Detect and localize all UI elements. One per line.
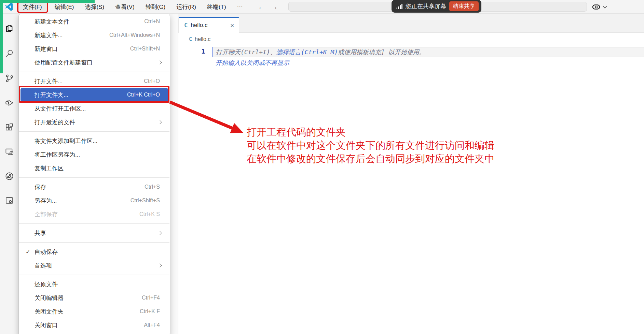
source-control-icon[interactable]: [5, 74, 14, 83]
menu-item-open-folder[interactable]: 打开文件夹...Ctrl+K Ctrl+O: [20, 88, 168, 102]
menu-separator: [19, 72, 169, 72]
menu-separator: [19, 242, 169, 243]
submenu-chevron-icon: [158, 60, 162, 64]
breadcrumb-file-label[interactable]: hello.c: [195, 36, 210, 42]
tab-close-icon[interactable]: ×: [230, 22, 235, 29]
menu-item-new-window[interactable]: 新建窗口Ctrl+Shift+N: [20, 42, 168, 56]
run-debug-icon[interactable]: [5, 98, 14, 107]
menu-item-open-workspace-from-file[interactable]: 从文件打开工作区...: [20, 102, 168, 115]
menubar-item-view[interactable]: 查看(V): [110, 1, 140, 13]
menu-item-label: 关闭窗口: [35, 321, 144, 329]
menubar-item-go[interactable]: 转到(G): [140, 1, 171, 13]
tab-label: hello.c: [191, 22, 227, 29]
menu-item-save[interactable]: 保存Ctrl+S: [20, 180, 168, 194]
tab-hello-c[interactable]: C hello.c ×: [178, 17, 239, 33]
menu-item-shortcut: Ctrl+Shift+N: [130, 46, 160, 52]
screen-share-banner: 您正在共享屏幕 结束共享: [392, 0, 481, 13]
annotation-line: 在软件中修改的文件保存后会自动同步到对应的文件夹中: [247, 152, 494, 165]
menu-item-revert-file[interactable]: 还原文件: [20, 277, 168, 291]
menu-item-save-workspace-as[interactable]: 将工作区另存为...: [20, 148, 168, 161]
menu-item-label: 关闭编辑器: [35, 294, 142, 302]
search-icon[interactable]: [5, 49, 14, 58]
annotation-text-block: 打开工程代码的文件夹可以在软件中对这个文件夹下的所有文件进行访问和编辑在软件中修…: [247, 126, 494, 165]
menu-item-label: 将文件夹添加到工作区...: [35, 137, 163, 145]
menubar-item-run[interactable]: 运行(R): [171, 1, 202, 13]
screenshare-green-border-left: [0, 0, 3, 73]
screenshare-green-border-top: [0, 0, 95, 3]
menu-item-shortcut: Ctrl+Alt+Windows+N: [109, 32, 160, 38]
extensions-icon[interactable]: [5, 123, 14, 132]
hint-segment: 或使用模板填充]: [338, 48, 388, 56]
tools-gear-icon[interactable]: [5, 196, 14, 205]
menu-item-close-folder[interactable]: 关闭文件夹Ctrl+K F: [20, 305, 168, 318]
submenu-chevron-icon: [158, 120, 162, 124]
menu-item-preferences[interactable]: 首选项: [20, 259, 168, 272]
back-arrow-icon[interactable]: ←: [258, 3, 265, 11]
menu-item-shortcut: Ctrl+K F: [140, 308, 160, 315]
menu-item-label: 打开文件夹...: [35, 91, 127, 99]
menu-item-label: 关闭文件夹: [35, 308, 140, 316]
chevron-down-icon[interactable]: [603, 4, 607, 9]
menu-item-close-editor[interactable]: 关闭编辑器Ctrl+F4: [20, 291, 168, 305]
menubar-item-more[interactable]: ···: [232, 2, 248, 12]
menu-item-shortcut: Ctrl+S: [145, 184, 160, 190]
menu-item-shortcut: Alt+F4: [144, 322, 160, 328]
menu-item-new-file[interactable]: 新建文件...Ctrl+Alt+Windows+N: [20, 28, 168, 42]
checkmark-icon: ✓: [26, 249, 35, 255]
remote-monitor-icon[interactable]: [5, 147, 14, 156]
menu-item-label: 打开文件...: [35, 77, 144, 85]
line-number: 1: [195, 48, 205, 55]
copilot-icon[interactable]: [592, 2, 601, 11]
menu-item-share[interactable]: 共享: [20, 226, 168, 240]
tab-bar: C hello.c ×: [178, 14, 644, 33]
explorer-icon[interactable]: [5, 24, 14, 33]
menu-item-shortcut: Ctrl+F4: [142, 295, 160, 301]
menu-item-new-window-with-profile[interactable]: 使用配置文件新建窗口: [20, 56, 168, 69]
menu-separator: [19, 131, 169, 132]
menu-item-label: 新建文本文件: [35, 18, 144, 26]
menu-item-label: 首选项: [35, 262, 159, 270]
hint-segment: 打开聊天(Ctrl+I)、: [216, 48, 276, 56]
annotation-line: 打开工程代码的文件夹: [247, 126, 494, 139]
menu-item-label: 新建文件...: [35, 31, 109, 39]
editor-hint-line: 打开聊天(Ctrl+I)、选择语言(Ctrl+K M)或使用模板填充] 以开始使…: [213, 47, 644, 57]
hint-segment[interactable]: 选择语言(Ctrl+K M): [276, 48, 338, 56]
menu-item-shortcut: Ctrl+O: [144, 78, 160, 84]
text-cursor: [212, 47, 213, 57]
menu-item-label: 还原文件: [35, 280, 163, 288]
c-file-icon: C: [189, 36, 192, 42]
menu-item-label: 全部保存: [35, 210, 139, 218]
menubar-item-terminal[interactable]: 终端(T): [202, 1, 232, 13]
hint-segment: 以开始使用。: [388, 48, 425, 56]
share-banner-message: 您正在共享屏幕: [406, 2, 446, 10]
menu-item-save-all[interactable]: 全部保存Ctrl+K S: [20, 207, 168, 221]
menu-item-label: 保存: [35, 183, 145, 191]
menu-item-label: 新建窗口: [35, 45, 130, 53]
menu-item-open-file[interactable]: 打开文件...Ctrl+O: [20, 74, 168, 88]
editor-hint-dismiss-line[interactable]: 开始输入以关闭或不再显示: [216, 59, 289, 67]
menu-item-label: 打开最近的文件: [35, 118, 159, 126]
forward-arrow-icon[interactable]: →: [271, 3, 278, 11]
menu-item-shortcut: Ctrl+K Ctrl+O: [127, 92, 160, 98]
end-share-button[interactable]: 结束共享: [449, 1, 479, 11]
share-network-icon[interactable]: [5, 172, 14, 181]
menu-item-open-recent[interactable]: 打开最近的文件: [20, 115, 168, 129]
menu-item-save-as[interactable]: 另存为...Ctrl+Shift+S: [20, 194, 168, 207]
menu-item-auto-save[interactable]: ✓自动保存: [20, 245, 168, 259]
nav-arrows: ← →: [258, 0, 278, 14]
menu-item-new-text-file[interactable]: 新建文本文件Ctrl+N: [20, 15, 168, 28]
menu-item-add-folder-to-workspace[interactable]: 将文件夹添加到工作区...: [20, 134, 168, 148]
annotation-line: 可以在软件中对这个文件夹下的所有文件进行访问和编辑: [247, 139, 494, 152]
submenu-chevron-icon: [158, 263, 162, 267]
menu-separator: [19, 177, 169, 178]
menu-item-duplicate-workspace[interactable]: 复制工作区: [20, 161, 168, 175]
menu-item-label: 共享: [35, 229, 159, 237]
menu-separator: [19, 223, 169, 224]
breadcrumb: C hello.c: [178, 33, 644, 46]
menu-item-close-window[interactable]: 关闭窗口Alt+F4: [20, 318, 168, 332]
editor-pane[interactable]: 1 打开聊天(Ctrl+I)、选择语言(Ctrl+K M)或使用模板填充] 以开…: [178, 46, 644, 334]
title-bar: 文件(F)编辑(E)选择(S)查看(V)转到(G)运行(R)终端(T)··· ←…: [0, 0, 644, 14]
c-file-icon: C: [184, 22, 188, 29]
signal-bars-icon: [396, 4, 402, 9]
submenu-chevron-icon: [158, 231, 162, 235]
